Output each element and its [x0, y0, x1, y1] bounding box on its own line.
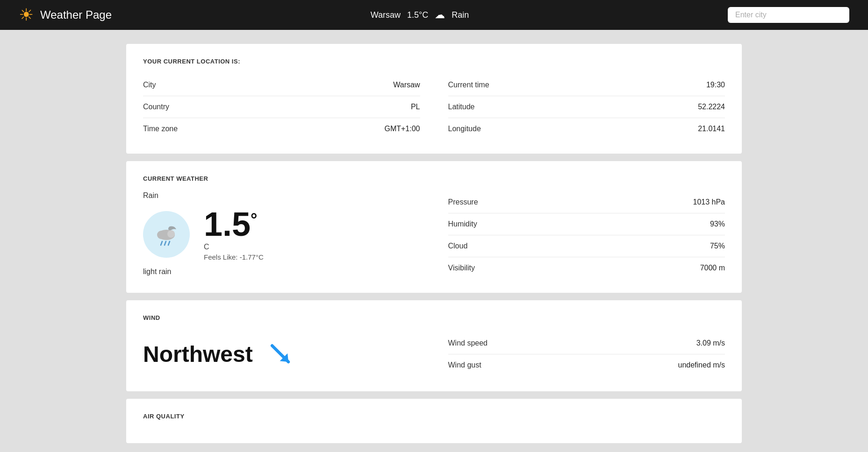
info-row-latitude: Latitude 52.2224 [448, 96, 725, 118]
longitude-label: Longitude [448, 125, 481, 133]
info-row-cloud: Cloud 75% [448, 235, 725, 257]
weather-icon-circle [143, 211, 190, 258]
info-row-time: Current time 19:30 [448, 74, 725, 96]
temperature-unit: C [204, 243, 209, 251]
wind-right-col: Wind speed 3.09 m/s Wind gust undefined … [448, 331, 725, 377]
temperature-display: 1.5° C Feels Like: -1.77°C [204, 207, 264, 261]
svg-line-5 [168, 241, 170, 245]
wind-direction-arrow-svg [268, 341, 294, 367]
wind-grid: Northwest Wind speed 3.09 m/s Wind gust [143, 331, 725, 377]
air-quality-card: AIR QUALITY [126, 399, 742, 443]
city-label: City [143, 81, 156, 89]
weather-description: light rain [143, 268, 420, 276]
temperature-big: 1.5° [204, 207, 258, 241]
location-right-col: Current time 19:30 Latitude 52.2224 Long… [448, 74, 725, 140]
weather-svg-icon [150, 218, 183, 251]
svg-line-3 [161, 241, 162, 245]
wind-left-col: Northwest [143, 331, 420, 377]
weather-condition-label: Rain [143, 191, 420, 200]
humidity-label: Humidity [448, 220, 477, 228]
navbar-condition: Rain [452, 10, 469, 20]
navbar-brand: ☀ Weather Page [19, 7, 112, 23]
svg-point-2 [167, 230, 175, 238]
location-section-title: YOUR CURRENT LOCATION IS: [143, 58, 725, 65]
humidity-value: 93% [710, 220, 725, 228]
visibility-value: 7000 m [700, 264, 725, 272]
degree-symbol: ° [251, 211, 257, 228]
weather-grid: Rain [143, 191, 725, 279]
info-row-longitude: Longitude 21.0141 [448, 118, 725, 140]
cloud-icon: ☁ [435, 9, 445, 21]
wind-direction: Northwest [143, 341, 253, 367]
time-value: 19:30 [706, 81, 725, 89]
weather-left-col: Rain [143, 191, 420, 279]
time-label: Current time [448, 81, 489, 89]
latitude-label: Latitude [448, 103, 475, 111]
timezone-value: GMT+1:00 [384, 125, 420, 133]
info-row-wind-speed: Wind speed 3.09 m/s [448, 332, 725, 354]
location-grid: City Warsaw Country PL Time zone GMT+1:0… [143, 74, 725, 140]
air-quality-section-title: AIR QUALITY [143, 413, 725, 420]
weather-card: CURRENT WEATHER Rain [126, 161, 742, 293]
navbar-city: Warsaw [371, 10, 401, 20]
info-row-pressure: Pressure 1013 hPa [448, 191, 725, 213]
svg-point-1 [157, 231, 165, 239]
info-row-humidity: Humidity 93% [448, 213, 725, 235]
weather-right-col: Pressure 1013 hPa Humidity 93% Cloud 75%… [448, 191, 725, 279]
wind-card: WIND Northwest Wind speed 3.09 m/s [126, 300, 742, 391]
main-content: YOUR CURRENT LOCATION IS: City Warsaw Co… [0, 30, 868, 452]
wind-gust-label: Wind gust [448, 361, 481, 369]
weather-section-title: CURRENT WEATHER [143, 175, 725, 182]
info-row-country: Country PL [143, 96, 420, 118]
navbar-weather-summary: Warsaw 1.5°C ☁ Rain [371, 9, 469, 21]
pressure-label: Pressure [448, 198, 478, 206]
wind-speed-value: 3.09 m/s [696, 339, 725, 347]
pressure-value: 1013 hPa [693, 198, 725, 206]
wind-gust-value: undefined m/s [678, 361, 725, 369]
info-row-visibility: Visibility 7000 m [448, 257, 725, 279]
info-row-wind-gust: Wind gust undefined m/s [448, 354, 725, 376]
sun-icon: ☀ [19, 7, 34, 23]
navbar-title: Weather Page [40, 8, 112, 21]
country-label: Country [143, 103, 169, 111]
location-card: YOUR CURRENT LOCATION IS: City Warsaw Co… [126, 44, 742, 154]
info-row-timezone: Time zone GMT+1:00 [143, 118, 420, 140]
visibility-label: Visibility [448, 264, 475, 272]
wind-speed-label: Wind speed [448, 339, 488, 347]
timezone-label: Time zone [143, 125, 178, 133]
cloud-label: Cloud [448, 242, 468, 250]
weather-visual: 1.5° C Feels Like: -1.77°C [143, 207, 420, 261]
latitude-value: 52.2224 [698, 103, 725, 111]
svg-line-4 [165, 241, 166, 245]
location-left-col: City Warsaw Country PL Time zone GMT+1:0… [143, 74, 420, 140]
navbar-temperature: 1.5°C [407, 10, 428, 20]
navbar: ☀ Weather Page Warsaw 1.5°C ☁ Rain [0, 0, 868, 30]
wind-section-title: WIND [143, 314, 725, 321]
wind-arrow-icon [267, 340, 295, 368]
temperature-value: 1.5 [204, 207, 251, 241]
country-value: PL [411, 103, 420, 111]
city-value: Warsaw [393, 81, 420, 89]
info-row-city: City Warsaw [143, 74, 420, 96]
feels-like: Feels Like: -1.77°C [204, 253, 264, 261]
city-search-input[interactable] [728, 7, 849, 23]
cloud-value: 75% [710, 242, 725, 250]
longitude-value: 21.0141 [698, 125, 725, 133]
